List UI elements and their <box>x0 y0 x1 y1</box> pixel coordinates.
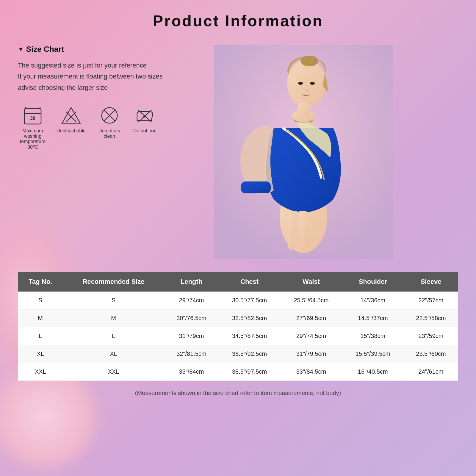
footnote: (Measurements shown in the size chart re… <box>18 390 458 397</box>
table-cell-r1-c1: M <box>63 309 164 327</box>
table-cell-r2-c0: L <box>18 327 63 345</box>
svg-point-16 <box>287 60 326 107</box>
size-table: Tag No. Recommended Size Length Chest Wa… <box>18 272 458 381</box>
table-cell-r0-c3: 30.5"/77.5cm <box>219 292 280 309</box>
col-header-length: Length <box>164 272 219 292</box>
table-cell-r3-c3: 36.5"/92.5cm <box>219 345 280 363</box>
dryclean-label: Do not dry clean <box>95 128 124 139</box>
no-iron-icon <box>134 105 155 126</box>
wash-icon: 30 <box>22 105 43 126</box>
table-header-row: Tag No. Recommended Size Length Chest Wa… <box>18 272 458 292</box>
svg-text:30: 30 <box>30 116 35 121</box>
col-header-tagno: Tag No. <box>18 272 63 292</box>
table-row: SS29"/74cm30.5"/77.5cm25.5"/64.5cm14"/36… <box>18 292 458 309</box>
table-row: LL31"/79cm34.5"/87.5cm29"/74.5cm15"/38cm… <box>18 327 458 345</box>
size-table-section: Tag No. Recommended Size Length Chest Wa… <box>18 272 458 381</box>
table-cell-r0-c4: 25.5"/64.5cm <box>280 292 342 309</box>
table-cell-r3-c5: 15.5"/39.5cm <box>342 345 404 363</box>
size-chart-heading: Size Chart <box>18 45 202 54</box>
care-item-bleach: Unbleachable <box>57 105 86 134</box>
table-cell-r2-c4: 29"/74.5cm <box>280 327 342 345</box>
svg-point-19 <box>310 82 315 85</box>
table-cell-r3-c6: 23.5"/60cm <box>404 345 458 363</box>
no-bleach-icon <box>61 105 82 126</box>
size-notes: The suggested size is just for your refe… <box>18 60 202 93</box>
bleach-label: Unbleachable <box>57 128 86 134</box>
table-cell-r1-c6: 22.5"/58cm <box>404 309 458 327</box>
svg-marker-1 <box>62 108 80 123</box>
table-cell-r0-c1: S <box>63 292 164 309</box>
care-item-wash: 30 Maximum washing temperature 30℃ <box>18 105 48 150</box>
table-cell-r4-c2: 33"/84cm <box>164 363 219 381</box>
table-cell-r2-c5: 15"/38cm <box>342 327 404 345</box>
care-item-iron: Do not iron <box>133 105 156 134</box>
svg-point-18 <box>298 82 303 85</box>
table-cell-r4-c3: 38.5"/97.5cm <box>219 363 280 381</box>
table-cell-r3-c0: XL <box>18 345 63 363</box>
table-cell-r4-c1: XXL <box>63 363 164 381</box>
table-cell-r3-c1: XL <box>63 345 164 363</box>
svg-point-17 <box>300 56 318 66</box>
left-panel: Size Chart The suggested size is just fo… <box>18 45 202 150</box>
table-row: MM30"/76.5cm32.5"/82.5cm27"/69.5cm14.5"/… <box>18 309 458 327</box>
table-cell-r0-c5: 14"/36cm <box>342 292 404 309</box>
product-image <box>214 45 399 260</box>
table-cell-r3-c4: 31"/79.5cm <box>280 345 342 363</box>
table-cell-r3-c2: 32"/81.5cm <box>164 345 219 363</box>
table-cell-r1-c3: 32.5"/82.5cm <box>219 309 280 327</box>
iron-label: Do not iron <box>133 128 156 134</box>
table-cell-r0-c0: S <box>18 292 63 309</box>
table-cell-r1-c2: 30"/76.5cm <box>164 309 219 327</box>
table-cell-r4-c6: 24"/61cm <box>404 363 458 381</box>
table-cell-r1-c0: M <box>18 309 63 327</box>
svg-rect-12 <box>241 181 271 193</box>
table-row: XXLXXL33"/84cm38.5"/97.5cm33"/84.5cm16"/… <box>18 363 458 381</box>
table-cell-r2-c1: L <box>63 327 164 345</box>
table-cell-r4-c0: XXL <box>18 363 63 381</box>
col-header-recsize: Recommended Size <box>63 272 164 292</box>
table-cell-r1-c4: 27"/69.5cm <box>280 309 342 327</box>
svg-rect-20 <box>298 103 310 118</box>
table-cell-r4-c5: 16"/40.5cm <box>342 363 404 381</box>
col-header-chest: Chest <box>219 272 280 292</box>
table-cell-r2-c2: 31"/79cm <box>164 327 219 345</box>
col-header-waist: Waist <box>280 272 342 292</box>
col-header-sleeve: Sleeve <box>404 272 458 292</box>
page-title: Product Information <box>18 12 458 30</box>
care-item-dryclean: Do not dry clean <box>95 105 124 139</box>
table-cell-r0-c6: 22"/57cm <box>404 292 458 309</box>
table-cell-r1-c5: 14.5"/37cm <box>342 309 404 327</box>
col-header-shoulder: Shoulder <box>342 272 404 292</box>
table-cell-r2-c6: 23"/59cm <box>404 327 458 345</box>
no-dryclean-icon <box>99 105 120 126</box>
table-row: XLXL32"/81.5cm36.5"/92.5cm31"/79.5cm15.5… <box>18 345 458 363</box>
table-cell-r0-c2: 29"/74cm <box>164 292 219 309</box>
table-cell-r2-c3: 34.5"/87.5cm <box>219 327 280 345</box>
table-body: SS29"/74cm30.5"/77.5cm25.5"/64.5cm14"/36… <box>18 292 458 381</box>
model-svg <box>214 45 393 259</box>
wash-label: Maximum washing temperature 30℃ <box>18 128 48 150</box>
table-cell-r4-c4: 33"/84.5cm <box>280 363 342 381</box>
care-icons-group: 30 Maximum washing temperature 30℃ <box>18 105 202 150</box>
